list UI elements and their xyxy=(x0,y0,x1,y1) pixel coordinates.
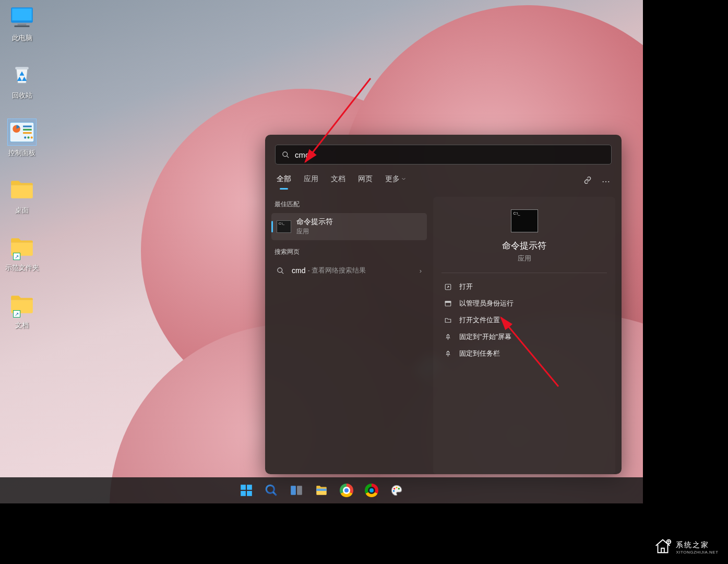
search-results-column: 最佳匹配 C:\_ 命令提示符 应用 搜索网页 cmd - 查看网络搜索结果 › xyxy=(271,197,427,474)
action-open[interactable]: 打开 xyxy=(441,278,607,295)
search-input[interactable] xyxy=(295,150,605,159)
svg-line-27 xyxy=(273,492,277,496)
web-suffix: - 查看网络搜索结果 xyxy=(307,266,366,275)
watermark-sub: XITONGZHIJIA.NET xyxy=(676,550,718,555)
action-label: 打开 xyxy=(459,282,473,291)
svg-line-14 xyxy=(287,156,289,158)
svg-point-11 xyxy=(27,136,29,138)
taskview-icon xyxy=(290,484,303,497)
taskbar-explorer-button[interactable] xyxy=(311,479,332,501)
web-search-item[interactable]: cmd - 查看网络搜索结果 › xyxy=(271,261,427,280)
recycle-bin-icon xyxy=(8,62,36,88)
action-pin-start[interactable]: 固定到"开始"屏幕 xyxy=(441,328,607,345)
house-icon xyxy=(653,536,673,559)
filter-tab-more[interactable]: 更多 xyxy=(385,174,406,188)
svg-rect-28 xyxy=(291,486,296,495)
filter-tab-all[interactable]: 全部 xyxy=(277,174,291,188)
search-icon xyxy=(265,484,278,497)
svg-point-15 xyxy=(278,267,282,272)
search-web-label: 搜索网页 xyxy=(275,248,424,256)
svg-rect-2 xyxy=(18,24,27,26)
desktop-icon-label: 文档 xyxy=(2,321,42,330)
svg-rect-19 xyxy=(445,301,451,302)
cmd-icon: C:\_ xyxy=(511,209,538,232)
svg-rect-7 xyxy=(23,126,32,127)
chevron-down-icon xyxy=(401,177,406,181)
taskbar[interactable] xyxy=(0,477,643,503)
svg-point-6 xyxy=(13,125,20,133)
filter-tab-web[interactable]: 网页 xyxy=(358,174,373,188)
shortcut-arrow-icon: ↗ xyxy=(13,253,20,260)
folder-icon xyxy=(315,484,328,497)
taskbar-chrome-canary-button[interactable] xyxy=(361,479,383,501)
chrome-canary-icon xyxy=(365,484,378,497)
search-more-icon[interactable]: ⋯ xyxy=(602,177,610,186)
svg-point-34 xyxy=(393,490,395,491)
desktop-icon-label: 示范文件夹 xyxy=(2,263,42,273)
taskbar-taskview-button[interactable] xyxy=(285,479,307,501)
search-icon xyxy=(277,267,284,275)
paint-icon xyxy=(390,484,403,497)
search-box[interactable] xyxy=(275,145,612,164)
taskbar-start-button[interactable] xyxy=(235,479,257,501)
best-match-label: 最佳匹配 xyxy=(275,200,424,209)
svg-point-31 xyxy=(393,488,395,489)
chrome-icon xyxy=(340,484,353,497)
desktop-icon-label: 回收站 xyxy=(2,91,42,100)
svg-rect-25 xyxy=(247,491,252,496)
cmd-icon: C:\_ xyxy=(277,220,291,233)
desktop-icon-folder-docs[interactable]: ↗ 文档 xyxy=(2,291,42,330)
watermark-title: 系统之家 xyxy=(676,540,718,550)
action-label: 固定到任务栏 xyxy=(459,349,500,358)
web-term: cmd xyxy=(292,266,305,275)
svg-rect-1 xyxy=(12,8,32,20)
action-run-admin[interactable]: 以管理员身份运行 xyxy=(441,295,607,312)
control-panel-icon xyxy=(8,119,36,145)
result-title: 命令提示符 xyxy=(296,217,333,227)
svg-point-33 xyxy=(398,488,400,489)
desktop-icon-this-pc[interactable]: 此电脑 xyxy=(2,4,42,43)
taskbar-chrome-button[interactable] xyxy=(336,479,357,501)
search-link-icon[interactable] xyxy=(583,175,592,187)
desktop-icon-label: 桌面 xyxy=(2,206,42,215)
svg-point-10 xyxy=(24,136,26,138)
search-icon xyxy=(282,151,290,159)
filter-tab-docs[interactable]: 文档 xyxy=(331,174,345,188)
svg-point-26 xyxy=(266,485,274,493)
folder-icon: ↗ xyxy=(8,234,36,260)
desktop-icon-label: 控制面板 xyxy=(2,148,42,158)
preview-title: 命令提示符 xyxy=(441,240,607,252)
svg-rect-8 xyxy=(23,129,32,131)
right-black-margin xyxy=(643,0,728,564)
svg-rect-22 xyxy=(241,485,246,490)
desktop-icon-control-panel[interactable]: 控制面板 xyxy=(2,119,42,158)
svg-point-12 xyxy=(31,136,33,138)
svg-point-13 xyxy=(283,151,288,156)
desktop-icon-folder-demo[interactable]: ↗ 示范文件夹 xyxy=(2,234,42,273)
action-pin-taskbar[interactable]: 固定到任务栏 xyxy=(441,345,607,362)
desktop-icon-recycle-bin[interactable]: 回收站 xyxy=(2,62,42,100)
result-item-cmd[interactable]: C:\_ 命令提示符 应用 xyxy=(271,213,427,240)
desktop-icon-folder-desktop[interactable]: 桌面 xyxy=(2,177,42,215)
result-subtitle: 应用 xyxy=(296,227,333,236)
search-preview-column: C:\_ 命令提示符 应用 打开 以管理员身份运行 打开文件位置 xyxy=(433,197,615,474)
pin-icon xyxy=(444,333,452,341)
svg-line-16 xyxy=(281,272,283,274)
desktop[interactable]: 此电脑 回收站 控制面板 桌面 ↗ 示范文件夹 ↗ 文档 xyxy=(0,0,643,503)
svg-rect-29 xyxy=(297,486,302,495)
filter-tab-apps[interactable]: 应用 xyxy=(304,174,318,188)
action-label: 固定到"开始"屏幕 xyxy=(459,332,511,342)
taskbar-paint-button[interactable] xyxy=(386,479,408,501)
taskbar-search-button[interactable] xyxy=(260,479,282,501)
action-label: 打开文件位置 xyxy=(459,315,500,325)
svg-rect-30 xyxy=(316,489,327,491)
action-open-location[interactable]: 打开文件位置 xyxy=(441,312,607,328)
folder-icon xyxy=(8,177,36,203)
pc-icon xyxy=(8,4,36,30)
desktop-icon-label: 此电脑 xyxy=(2,33,42,43)
svg-rect-23 xyxy=(247,485,252,490)
svg-point-32 xyxy=(396,487,397,488)
preview-subtitle: 应用 xyxy=(441,254,607,263)
watermark: 系统之家 XITONGZHIJIA.NET xyxy=(643,531,728,564)
search-panel: 全部 应用 文档 网页 更多 ⋯ 最佳匹配 C:\_ 命令提示符 应用 xyxy=(265,135,622,474)
